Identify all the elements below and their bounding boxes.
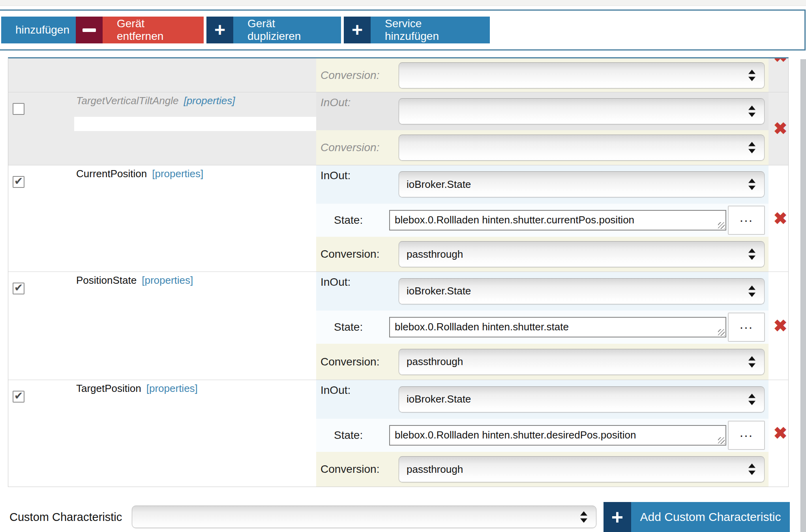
properties-link[interactable]: [properties] [152, 168, 203, 180]
characteristic-checkbox[interactable]: ✔ [13, 176, 24, 188]
select-spinner-icon [748, 393, 755, 405]
state-value: blebox.0.Rollladen hinten.shutter.desire… [395, 429, 636, 441]
select-state-button[interactable]: ... [728, 313, 765, 342]
characteristic-name: CurrentPosition[properties] [76, 168, 203, 180]
characteristic-row-targetposition: ✔ TargetPosition[properties] InOut: ioBr… [8, 380, 788, 487]
inout-select[interactable]: ioBroker.State [399, 171, 765, 197]
state-textarea[interactable]: blebox.0.Rollladen hinten.shutter.curren… [389, 210, 726, 230]
inout-label: InOut: [316, 92, 399, 109]
inout-select[interactable]: ioBroker.State [399, 386, 765, 412]
inout-select-value: ioBroker.State [407, 178, 471, 191]
characteristic-name: PositionState[properties] [76, 274, 193, 287]
select-state-button[interactable]: ... [728, 206, 765, 235]
conversion-select[interactable]: passthrough [399, 349, 765, 375]
characteristic-row-partial: Conversion: ✖ [8, 58, 788, 92]
properties-link[interactable]: [properties] [146, 382, 198, 394]
characteristic-checkbox[interactable]: ✔ [13, 391, 24, 403]
inout-label: InOut: [316, 165, 399, 182]
delete-characteristic-icon[interactable]: ✖ [771, 58, 788, 65]
inout-select-value: ioBroker.State [407, 393, 471, 405]
remove-device-button[interactable]: Gerät entfernen [76, 17, 204, 43]
select-state-button[interactable]: ... [728, 421, 765, 450]
remove-device-label: Gerät entfernen [103, 17, 204, 43]
add-service-label: Service hinzufügen [371, 17, 490, 43]
state-value: blebox.0.Rollladen hinten.shutter.state [395, 321, 569, 333]
add-service-button[interactable]: + Service hinzufügen [344, 17, 490, 43]
duplicate-device-label: Gerät duplizieren [233, 17, 341, 43]
custom-characteristic-select[interactable] [132, 506, 596, 528]
select-spinner-icon [748, 285, 755, 297]
checkmark-icon: ✔ [14, 391, 23, 401]
conversion-select[interactable]: passthrough [399, 241, 765, 267]
inout-label: InOut: [316, 272, 399, 288]
state-label: State: [316, 214, 389, 227]
characteristic-name: TargetVerticalTiltAngle[properties] [76, 95, 235, 107]
conversion-select[interactable] [399, 62, 765, 88]
plus-icon: + [206, 17, 233, 43]
characteristic-row-targetverticaltiltangle: TargetVerticalTiltAngle[properties] InOu… [8, 92, 788, 165]
state-label: State: [316, 429, 389, 442]
select-spinner-icon [748, 464, 755, 475]
conversion-label: Conversion: [316, 463, 399, 476]
state-value: blebox.0.Rollladen hinten.shutter.curren… [395, 214, 634, 226]
state-label: State: [316, 321, 389, 333]
inout-select-value: ioBroker.State [407, 285, 471, 297]
checkmark-icon: ✔ [14, 176, 23, 187]
conversion-label: Conversion: [316, 248, 399, 260]
select-spinner-icon [748, 356, 755, 367]
conversion-select[interactable] [399, 135, 765, 161]
properties-link[interactable]: [properties] [142, 274, 193, 286]
scrollbar-thumb[interactable] [800, 59, 806, 532]
characteristics-table: Conversion: ✖ TargetVerticalTiltAngle[pr… [8, 57, 789, 487]
conversion-select-value: passthrough [407, 248, 463, 260]
ellipsis-icon: ... [740, 317, 753, 332]
add-custom-characteristic-button[interactable]: + Add Custom Characteristic [604, 502, 790, 532]
delete-characteristic-icon[interactable]: ✖ [771, 318, 790, 334]
characteristic-name: TargetPosition[properties] [76, 382, 198, 395]
characteristic-checkbox[interactable] [13, 103, 24, 115]
inout-select[interactable] [399, 98, 765, 124]
resize-handle-icon[interactable] [718, 222, 725, 229]
state-textarea[interactable]: blebox.0.Rollladen hinten.shutter.state [389, 317, 726, 337]
inout-label: InOut: [316, 380, 399, 397]
select-spinner-icon [748, 249, 755, 260]
select-spinner-icon [748, 179, 755, 190]
characteristic-row-currentposition: ✔ CurrentPosition[properties] InOut: ioB… [8, 165, 788, 272]
select-spinner-icon [580, 511, 587, 523]
add-device-button[interactable]: hinzufügen [1, 17, 71, 43]
conversion-select-value: passthrough [407, 463, 463, 476]
state-textarea[interactable]: blebox.0.Rollladen hinten.shutter.desire… [389, 425, 726, 446]
add-custom-characteristic-label: Add Custom Characteristic [631, 502, 790, 532]
select-spinner-icon [748, 69, 755, 81]
delete-characteristic-icon[interactable]: ✖ [771, 210, 790, 227]
duplicate-device-button[interactable]: + Gerät duplizieren [206, 17, 341, 43]
custom-characteristic-label: Custom Characteristic [9, 511, 122, 524]
delete-characteristic-icon[interactable]: ✖ [771, 425, 790, 442]
conversion-label: Conversion: [316, 356, 399, 368]
select-spinner-icon [748, 106, 755, 117]
plus-icon: + [604, 502, 631, 532]
conversion-label: Conversion: [316, 141, 399, 154]
ellipsis-icon: ... [740, 425, 753, 440]
conversion-label: Conversion: [316, 69, 399, 82]
resize-handle-icon[interactable] [718, 329, 725, 336]
conversion-select-value: passthrough [407, 356, 463, 368]
select-spinner-icon [748, 142, 755, 154]
resize-handle-icon[interactable] [718, 437, 725, 444]
inout-select[interactable]: ioBroker.State [399, 278, 765, 304]
properties-link[interactable]: [properties] [184, 95, 235, 107]
delete-characteristic-icon[interactable]: ✖ [771, 120, 790, 137]
checkmark-icon: ✔ [14, 283, 23, 293]
device-toolbar: hinzufügen Gerät entfernen + Gerät dupli… [1, 17, 490, 43]
plus-icon: + [344, 17, 371, 43]
ellipsis-icon: ... [740, 210, 753, 225]
characteristic-row-positionstate: ✔ PositionState[properties] InOut: ioBro… [8, 272, 788, 380]
conversion-select[interactable]: passthrough [399, 456, 765, 482]
minus-icon [76, 17, 103, 43]
window-top-strip [0, 0, 806, 6]
characteristic-checkbox[interactable]: ✔ [13, 283, 24, 294]
toolbar-container: hinzufügen Gerät entfernen + Gerät dupli… [0, 9, 806, 51]
